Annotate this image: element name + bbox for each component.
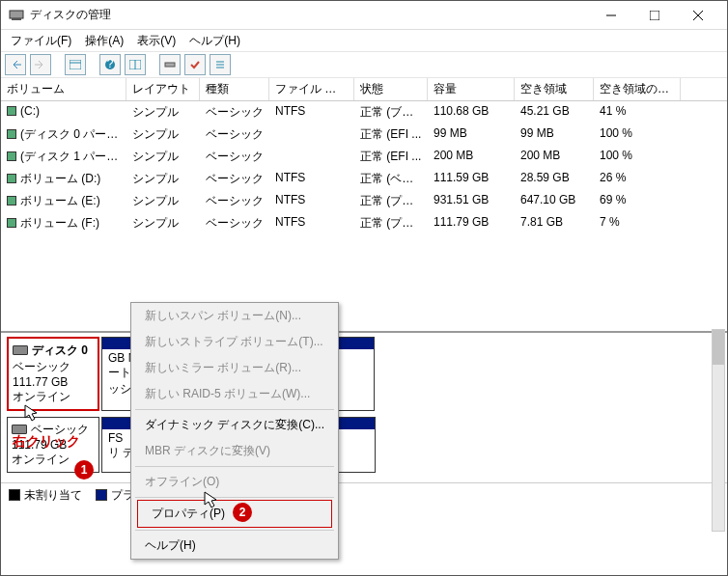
ctx-mbr: MBR ディスクに変換(V) — [131, 438, 338, 464]
col-layout[interactable]: レイアウト — [126, 78, 200, 100]
svg-rect-3 — [650, 11, 659, 20]
ctx-sep — [135, 497, 334, 498]
menu-action[interactable]: 操作(A) — [79, 31, 129, 51]
col-capacity[interactable]: 容量 — [428, 78, 515, 100]
legend: 未割り当て プライマリ パーティション — [1, 482, 727, 507]
ctx-sep — [135, 466, 334, 467]
menu-file[interactable]: ファイル(F) — [5, 31, 77, 51]
col-volume[interactable]: ボリューム — [1, 78, 126, 100]
ctx-dynamic[interactable]: ダイナミック ディスクに変換(C)... — [131, 412, 338, 438]
volume-row[interactable]: ボリューム (F:)シンプルベーシックNTFS正常 (プラ...111.79 G… — [1, 212, 727, 234]
minimize-button[interactable] — [589, 2, 632, 29]
col-type[interactable]: 種類 — [200, 78, 269, 100]
menu-view[interactable]: 表示(V) — [131, 31, 182, 51]
window-title: ディスクの管理 — [30, 7, 111, 23]
volume-list: ボリューム レイアウト 種類 ファイル システム 状態 容量 空き領域 空き領域… — [1, 78, 727, 331]
close-button[interactable] — [676, 2, 719, 29]
annotation-badge-1: 1 — [74, 460, 94, 480]
disk-icon — [13, 345, 28, 355]
toolbar-back-icon[interactable] — [5, 54, 26, 75]
ctx-striped: 新しいストライプ ボリューム(T)... — [131, 329, 338, 355]
annotation-badge-2: 2 — [233, 503, 252, 522]
disk-row: ベーシック111.79 GBオンラインFSリ データ パーティション) — [7, 417, 721, 473]
toolbar-help-icon[interactable]: ? — [99, 54, 121, 75]
toolbar-check-icon[interactable] — [184, 54, 206, 75]
rightclick-annotation: 右クリック — [13, 433, 80, 451]
disk-context-menu: 新しいスパン ボリューム(N)... 新しいストライプ ボリューム(T)... … — [130, 302, 339, 560]
col-fs[interactable]: ファイル システム — [269, 78, 354, 100]
cursor-icon — [204, 491, 221, 514]
app-icon — [9, 8, 24, 23]
col-freepct[interactable]: 空き領域の割... — [594, 78, 681, 100]
toolbar-forward-icon[interactable] — [30, 54, 51, 75]
volume-row[interactable]: ボリューム (D:)シンプルベーシックNTFS正常 (ベー...111.59 G… — [1, 168, 727, 190]
ctx-sep — [135, 409, 334, 410]
svg-rect-0 — [10, 11, 23, 18]
toolbar-settings-icon[interactable] — [159, 54, 181, 75]
svg-rect-8 — [70, 60, 81, 69]
ctx-offline: オフライン(O) — [131, 469, 338, 495]
toolbar-pane-icon[interactable] — [65, 54, 86, 75]
ctx-sep — [135, 530, 334, 531]
disk-row: ディスク 0ベーシック111.77 GBオンラインGB NTFSート, ページ … — [7, 337, 721, 411]
ctx-spanned: 新しいスパン ボリューム(N)... — [131, 303, 338, 329]
col-status[interactable]: 状態 — [354, 78, 428, 100]
volume-row[interactable]: ボリューム (E:)シンプルベーシックNTFS正常 (プラ...931.51 G… — [1, 190, 727, 212]
disk-scrollbar[interactable] — [712, 329, 725, 532]
svg-text:?: ? — [107, 59, 114, 70]
volume-row[interactable]: (C:)シンプルベーシックNTFS正常 (ブート...110.68 GB45.2… — [1, 101, 727, 123]
disk-header[interactable]: ディスク 0ベーシック111.77 GBオンライン — [7, 337, 99, 411]
menubar: ファイル(F) 操作(A) 表示(V) ヘルプ(H) — [1, 30, 727, 51]
toolbar-list-icon[interactable] — [210, 54, 231, 75]
column-headers: ボリューム レイアウト 種類 ファイル システム 状態 容量 空き領域 空き領域… — [1, 78, 727, 101]
maximize-button[interactable] — [632, 2, 676, 29]
volume-row[interactable]: (ディスク 0 パーティシ...シンプルベーシック正常 (EFI ...99 M… — [1, 123, 727, 146]
disk-graphical-view: ディスク 0ベーシック111.77 GBオンラインGB NTFSート, ページ … — [1, 331, 727, 482]
svg-rect-1 — [12, 18, 21, 20]
col-free[interactable]: 空き領域 — [515, 78, 594, 100]
legend-unallocated: 未割り当て — [9, 487, 82, 504]
ctx-help[interactable]: ヘルプ(H) — [131, 533, 338, 559]
cursor-icon — [24, 404, 42, 427]
svg-rect-14 — [165, 63, 175, 67]
menu-help[interactable]: ヘルプ(H) — [183, 31, 246, 51]
ctx-mirror: 新しいミラー ボリューム(R)... — [131, 355, 338, 381]
toolbar-view2-icon[interactable] — [125, 54, 146, 75]
toolbar: ? — [1, 51, 727, 78]
window-titlebar: ディスクの管理 — [1, 1, 727, 30]
ctx-raid5: 新しい RAID-5 ボリューム(W)... — [131, 381, 338, 407]
volume-row[interactable]: (ディスク 1 パーティシ...シンプルベーシック正常 (EFI ...200 … — [1, 146, 727, 168]
